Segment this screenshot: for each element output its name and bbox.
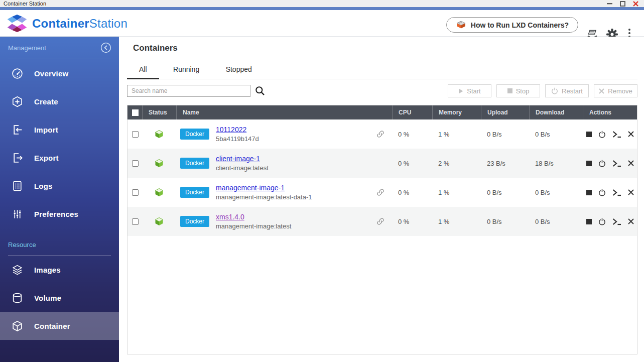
search-input[interactable] bbox=[127, 85, 250, 97]
stop-button[interactable]: Stop bbox=[496, 84, 540, 97]
speedometer-icon bbox=[11, 67, 24, 80]
column-header-name[interactable]: Name bbox=[176, 105, 392, 119]
row-terminal-icon[interactable] bbox=[612, 131, 621, 138]
row-terminal-icon[interactable] bbox=[612, 218, 621, 225]
minimize-icon bbox=[607, 3, 612, 5]
section-label-resource: Resource bbox=[8, 241, 36, 249]
lxd-help-button[interactable]: How to Run LXD Containers? bbox=[446, 17, 578, 33]
row-restart-icon[interactable] bbox=[598, 160, 606, 167]
hexagon-plus-icon bbox=[11, 95, 24, 108]
column-header-cpu[interactable]: CPU bbox=[392, 105, 432, 119]
status-running-icon bbox=[155, 217, 164, 226]
row-checkbox[interactable] bbox=[132, 131, 139, 138]
sidebar-item-label: Preferences bbox=[34, 210, 78, 218]
row-remove-icon[interactable] bbox=[628, 189, 634, 195]
sidebar-collapse-button[interactable] bbox=[100, 42, 111, 53]
restart-button[interactable]: Restart bbox=[545, 84, 589, 97]
container-name-link[interactable]: xms1.4.0 bbox=[216, 213, 291, 221]
lxd-help-label: How to Run LXD Containers? bbox=[471, 21, 569, 29]
sidebar-item-label: Container bbox=[34, 322, 70, 330]
row-stop-icon[interactable] bbox=[586, 219, 592, 224]
cpu-value: 0 % bbox=[392, 119, 432, 149]
close-icon bbox=[633, 1, 638, 7]
sidebar-item-label: Volume bbox=[34, 294, 61, 302]
sidebar-item-label: Images bbox=[34, 266, 61, 274]
status-running-icon bbox=[155, 188, 164, 197]
sidebar-item-container[interactable]: Container bbox=[0, 312, 119, 340]
row-terminal-icon[interactable] bbox=[612, 160, 621, 167]
minimize-button[interactable] bbox=[604, 0, 615, 7]
url-link-icon[interactable] bbox=[376, 130, 385, 139]
row-terminal-icon[interactable] bbox=[612, 189, 621, 196]
sidebar-item-overview[interactable]: Overview bbox=[0, 59, 119, 87]
container-name-link[interactable]: 10112022 bbox=[216, 126, 259, 134]
remove-button[interactable]: Remove bbox=[594, 84, 637, 97]
url-link-icon[interactable] bbox=[376, 217, 385, 226]
table-row: Docker xms1.4.0 management-image:latest … bbox=[127, 207, 637, 236]
sidebar-item-label: Create bbox=[34, 97, 58, 106]
tab-running[interactable]: Running bbox=[161, 62, 211, 79]
sidebar-item-export[interactable]: Export bbox=[0, 144, 119, 172]
select-all-checkbox[interactable] bbox=[132, 109, 139, 116]
lxd-logo-icon bbox=[456, 21, 466, 29]
column-header-download[interactable]: Download bbox=[529, 105, 583, 119]
status-running-icon bbox=[155, 130, 164, 139]
cpu-value: 0 % bbox=[392, 178, 432, 207]
container-image-label: management-image:latest-data-1 bbox=[216, 193, 312, 201]
row-stop-icon[interactable] bbox=[586, 161, 592, 166]
row-stop-icon[interactable] bbox=[586, 190, 592, 195]
row-restart-icon[interactable] bbox=[598, 131, 606, 138]
brand-bold: Container bbox=[32, 17, 89, 30]
tab-stopped[interactable]: Stopped bbox=[214, 62, 264, 79]
upload-value: 23 B/s bbox=[481, 149, 529, 178]
sidebar-item-volume[interactable]: Volume bbox=[0, 284, 119, 312]
download-value: 0 B/s bbox=[529, 207, 583, 236]
container-station-logo-icon bbox=[6, 14, 28, 33]
docker-badge: Docker bbox=[180, 187, 209, 198]
row-stop-icon[interactable] bbox=[586, 132, 592, 137]
document-list-icon bbox=[11, 180, 24, 192]
row-remove-icon[interactable] bbox=[628, 160, 634, 166]
url-link-icon[interactable] bbox=[376, 188, 385, 197]
row-checkbox[interactable] bbox=[132, 218, 139, 225]
row-checkbox[interactable] bbox=[132, 160, 139, 167]
row-restart-icon[interactable] bbox=[598, 218, 606, 225]
upload-value: 0 B/s bbox=[481, 119, 529, 149]
memory-value: 1 % bbox=[432, 119, 481, 149]
row-remove-icon[interactable] bbox=[628, 131, 634, 137]
status-running-icon bbox=[155, 159, 164, 168]
import-icon bbox=[11, 124, 24, 136]
row-remove-icon[interactable] bbox=[628, 218, 634, 224]
maximize-button[interactable] bbox=[617, 0, 628, 7]
close-button[interactable] bbox=[630, 0, 641, 7]
sidebar-item-images[interactable]: Images bbox=[0, 256, 119, 284]
export-icon bbox=[11, 152, 24, 164]
cube-icon bbox=[11, 320, 24, 332]
column-header-memory[interactable]: Memory bbox=[432, 105, 481, 119]
close-x-icon bbox=[599, 88, 604, 94]
column-header-status[interactable]: Status bbox=[142, 105, 176, 119]
table-body: Docker 10112022 5ba4119b147d 0 % 1 % 0 B… bbox=[127, 119, 637, 236]
sidebar-item-preferences[interactable]: Preferences bbox=[0, 200, 119, 228]
stop-icon bbox=[507, 88, 512, 93]
tab-all[interactable]: All bbox=[127, 62, 159, 79]
row-restart-icon[interactable] bbox=[598, 189, 606, 196]
layers-icon bbox=[11, 264, 24, 276]
search-icon[interactable] bbox=[254, 85, 266, 96]
sidebar-item-import[interactable]: Import bbox=[0, 115, 119, 144]
column-header-actions[interactable]: Actions bbox=[583, 105, 637, 119]
sidebar-item-create[interactable]: Create bbox=[0, 87, 119, 115]
row-checkbox[interactable] bbox=[132, 189, 139, 196]
brand-light: Station bbox=[89, 17, 127, 30]
start-button[interactable]: Start bbox=[448, 84, 491, 97]
sidebar-item-label: Export bbox=[34, 154, 59, 162]
container-name-link[interactable]: management-image-1 bbox=[216, 184, 312, 192]
sidebar-item-logs[interactable]: Logs bbox=[0, 172, 119, 200]
container-image-label: management-image:latest bbox=[216, 222, 291, 230]
container-name-link[interactable]: client-image-1 bbox=[216, 155, 269, 163]
table-row: Docker 10112022 5ba4119b147d 0 % 1 % 0 B… bbox=[127, 119, 637, 149]
table-header: Status Name CPU Memory Upload Download A… bbox=[127, 105, 637, 119]
column-header-upload[interactable]: Upload bbox=[481, 105, 529, 119]
download-value: 18 B/s bbox=[529, 149, 583, 178]
section-label-management: Management bbox=[8, 44, 46, 52]
